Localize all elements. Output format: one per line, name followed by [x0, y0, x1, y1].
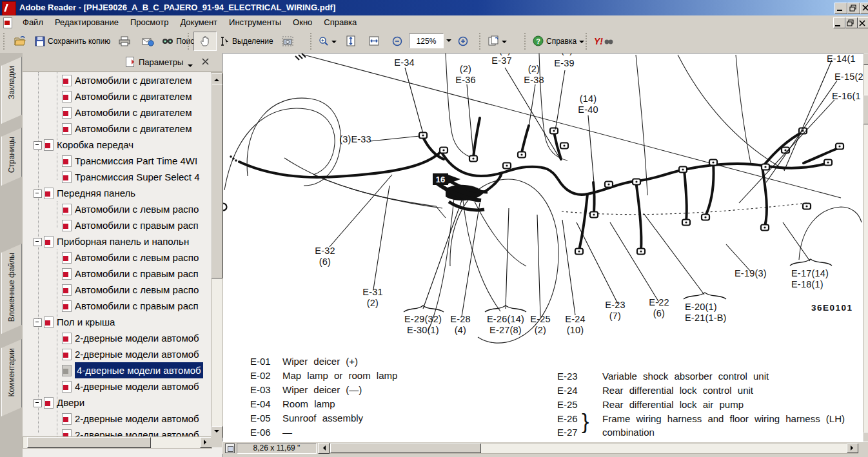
snapshot-button[interactable]	[276, 32, 299, 51]
document-page: 16 E-34 (2)E-36 (2) E-37 (2)E-38 (6) E-3…	[223, 53, 863, 442]
menu-file[interactable]: Файл	[17, 15, 49, 29]
tab-bookmarks[interactable]: Закладки	[1, 57, 22, 124]
zoom-out-button[interactable]	[386, 32, 409, 51]
doc-close-button[interactable]	[858, 17, 868, 28]
doc-restore-button[interactable]	[845, 17, 858, 28]
bookmarks-vertical-scrollbar[interactable]	[211, 72, 223, 438]
scrollbar-thumb[interactable]	[27, 437, 151, 448]
scrollbar-thumb[interactable]	[330, 443, 481, 453]
pdf-page-icon	[62, 107, 72, 119]
collapse-toggle[interactable]	[34, 318, 42, 327]
page-display-dropdown[interactable]	[502, 41, 507, 46]
collapse-toggle[interactable]	[34, 141, 42, 150]
pdf-page-icon	[62, 75, 72, 86]
tab-attachments[interactable]: Вложенные файлы	[1, 244, 22, 334]
zoom-tool-dropdown[interactable]	[331, 41, 337, 46]
tab-pages[interactable]: Страницы	[1, 128, 22, 186]
collapse-toggle[interactable]	[34, 399, 42, 407]
select-tool-button[interactable]: Выделение	[217, 32, 276, 51]
menu-help[interactable]: Справка	[318, 15, 362, 29]
bookmark-item[interactable]: 2-дверные модели автомоб	[23, 411, 211, 427]
bookmark-group[interactable]: Двери	[23, 394, 211, 411]
title-bar[interactable]: Adobe Reader - [PHJE9026_A_B_C_PAJERO_91…	[0, 0, 868, 15]
bookmark-item[interactable]: Автомобили с правым расп	[23, 217, 211, 233]
bookmark-item[interactable]: 2-дверные модели автомоб	[23, 330, 211, 346]
bookmark-item[interactable]: Автомобили с левым распо	[23, 201, 211, 217]
panel-close-button[interactable]	[202, 57, 212, 67]
bookmark-item[interactable]: Трансмиссия Part Time 4WI	[23, 153, 211, 169]
menu-tools[interactable]: Инструменты	[223, 15, 287, 29]
pdf-page-icon	[62, 413, 72, 425]
open-button[interactable]	[9, 32, 32, 51]
bookmark-item[interactable]: Автомобили с левым распо	[23, 249, 211, 266]
options-menu-label[interactable]: Параметры	[139, 57, 183, 67]
collapse-toggle[interactable]	[34, 190, 42, 198]
minimize-button[interactable]	[834, 3, 847, 14]
bookmark-group[interactable]: Пол и крыша	[23, 314, 211, 330]
status-bar: 8,26 x 11,69 "	[222, 442, 868, 454]
bookmark-group[interactable]: Приборная панель и напольн	[23, 233, 211, 249]
help-button[interactable]: ? Справка	[530, 32, 587, 51]
zoom-tool-button[interactable]	[316, 32, 339, 51]
scrollbar-thumb[interactable]	[212, 84, 222, 278]
menu-edit[interactable]: Редактирование	[49, 15, 124, 29]
collapse-toggle[interactable]	[34, 238, 42, 246]
bookmark-item[interactable]: Автомобили с правым расп	[23, 298, 211, 314]
scroll-up-button[interactable]	[212, 73, 222, 84]
fit-width-button[interactable]	[362, 32, 386, 51]
bookmark-item[interactable]: Автомобили с левым распо	[23, 282, 211, 298]
fit-page-button[interactable]	[339, 32, 362, 51]
bookmark-item[interactable]: Автомобили с правым расп	[23, 266, 211, 282]
bookmark-group[interactable]: Передняя панель	[23, 185, 211, 201]
bookmark-item[interactable]: 2-дверные модели автомоб	[23, 346, 211, 362]
scroll-up-button[interactable]	[863, 53, 868, 65]
bookmark-item[interactable]: 2-дверные модели автомоб	[23, 427, 211, 436]
scroll-right-button[interactable]	[200, 437, 212, 448]
diagram-label: (14)E-40	[578, 93, 598, 115]
document-vertical-scrollbar[interactable]	[863, 53, 868, 443]
bookmark-item[interactable]: Автомобили с двигателем	[23, 104, 211, 121]
bookmark-label: Автомобили с правым расп	[75, 217, 199, 233]
document-horizontal-scrollbar[interactable]	[330, 443, 858, 454]
bookmark-item[interactable]: Трансмиссия Super Select 4	[23, 169, 211, 185]
menu-view[interactable]: Просмотр	[124, 15, 174, 29]
zoom-level-input[interactable]	[409, 34, 444, 48]
print-button[interactable]	[113, 32, 136, 51]
page-display-button[interactable]	[485, 32, 509, 51]
close-button[interactable]	[860, 3, 868, 14]
zoom-level-dropdown[interactable]	[446, 39, 451, 44]
restore-button[interactable]	[847, 3, 860, 14]
diagram-label: E-28(4)	[450, 314, 470, 336]
bookmark-group[interactable]: Коробка передач	[23, 137, 211, 153]
bookmark-item[interactable]: Автомобили с двигателем	[23, 88, 211, 104]
hand-tool-button[interactable]	[193, 32, 217, 51]
zoom-in-button[interactable]	[451, 32, 475, 51]
email-button[interactable]	[136, 32, 159, 51]
adobe-reader-icon	[2, 1, 16, 15]
bookmark-item[interactable]: Автомобили с двигателем	[23, 72, 211, 88]
diagram-label: E-31(2)	[362, 287, 382, 309]
bookmark-label: Автомобили с правым расп	[75, 298, 199, 314]
pdf-page-icon	[62, 349, 72, 360]
bookmark-item[interactable]: Автомобили с двигателем	[23, 121, 211, 137]
tab-comments[interactable]: Комментарии	[1, 339, 22, 416]
bookmarks-horizontal-scrollbar[interactable]	[23, 436, 212, 449]
diagram-label: E-20(1)E-21(1-B)	[685, 302, 727, 324]
toolbar-grip	[524, 33, 528, 50]
toolbar-grip	[586, 33, 589, 50]
options-dropdown-icon[interactable]	[188, 64, 193, 70]
doc-minimize-button[interactable]	[833, 17, 845, 28]
diagram-label: E-24(10)	[565, 314, 585, 336]
menu-document[interactable]: Документ	[174, 15, 223, 29]
scroll-left-button[interactable]	[318, 443, 330, 454]
save-copy-label: Сохранить копию	[48, 37, 110, 46]
save-copy-button[interactable]: Сохранить копию	[32, 32, 113, 51]
yahoo-messenger-button[interactable]: Y!	[591, 32, 616, 51]
menu-window[interactable]: Окно	[287, 15, 318, 29]
pdf-page-icon	[62, 123, 72, 135]
bookmark-item[interactable]: 4-дверные модели автомоб	[23, 378, 211, 394]
diagram-label: E-17(14)E-18(1)	[791, 268, 829, 290]
scrollbar-thumb[interactable]	[863, 95, 868, 124]
scroll-right-button[interactable]	[847, 443, 858, 453]
bookmark-item-selected[interactable]: 4-дверные модели автомоб	[23, 362, 211, 378]
